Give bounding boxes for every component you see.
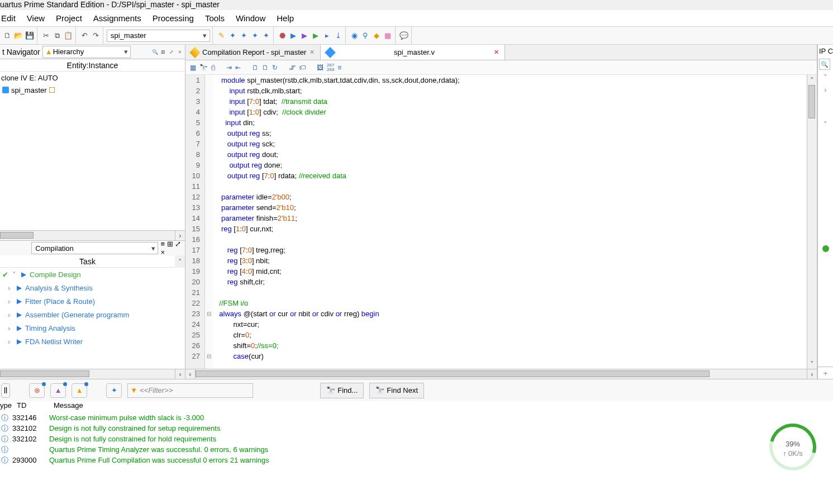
menu-processing[interactable]: Processing bbox=[153, 13, 194, 23]
menu-tools[interactable]: Tools bbox=[205, 13, 225, 23]
tasks-hscroll[interactable]: › bbox=[0, 369, 185, 379]
fold-gutter[interactable]: ⊟ ⊟ bbox=[205, 75, 213, 369]
bookmark-icon[interactable]: ▦ bbox=[190, 64, 196, 72]
scroll-right-icon[interactable]: › bbox=[175, 369, 185, 379]
play-icon[interactable]: ▶ bbox=[17, 297, 22, 305]
copy-icon[interactable]: ⧉ bbox=[52, 31, 62, 41]
critical-filter-button[interactable]: ▲ bbox=[50, 383, 66, 398]
expand-icon[interactable]: › bbox=[8, 311, 13, 319]
tasks-mode-icon[interactable]: ≡ bbox=[160, 240, 165, 248]
download-icon[interactable]: ⤓ bbox=[333, 31, 343, 41]
scroll-up-icon[interactable]: ˄ bbox=[175, 255, 185, 268]
compile-icon-3[interactable]: ✦ bbox=[261, 31, 271, 41]
redo-icon[interactable]: ↷ bbox=[91, 31, 101, 41]
pin-icon[interactable]: ⚲ bbox=[360, 31, 370, 41]
chip-icon[interactable]: ◉ bbox=[349, 31, 359, 41]
pin-panel-icon[interactable]: ⤢ bbox=[168, 48, 175, 56]
picture-icon[interactable]: 🖼 bbox=[317, 64, 323, 72]
menu-window[interactable]: Window bbox=[236, 13, 265, 23]
expand-icon[interactable]: › bbox=[8, 284, 13, 292]
comment-icon[interactable]: 💬 bbox=[399, 31, 409, 41]
nav-hscroll[interactable]: › bbox=[0, 230, 185, 240]
message-row[interactable]: ⓘQuartus Prime Timing Analyzer was succe… bbox=[1, 444, 833, 455]
tasks-pin-icon[interactable]: ⤢ bbox=[175, 240, 181, 248]
chevron-right-icon[interactable]: › bbox=[818, 83, 833, 96]
chevron-down-icon[interactable]: ˅ bbox=[818, 71, 833, 83]
scroll-right-icon[interactable]: › bbox=[807, 369, 817, 379]
task-item[interactable]: ✔˅▶Compile Design bbox=[0, 268, 185, 281]
doc1-icon[interactable]: 🗋 bbox=[252, 64, 259, 72]
linenum-icon[interactable]: 267268 bbox=[327, 63, 334, 72]
scroll-down-icon[interactable]: ˅ bbox=[807, 359, 817, 369]
tree-row-device[interactable]: clone IV E: AUTO bbox=[0, 72, 185, 84]
close-tab-icon[interactable]: ✕ bbox=[494, 49, 499, 56]
tab-compilation-report[interactable]: Compilation Report - spi_master ✕ bbox=[185, 45, 321, 60]
open-file-icon[interactable]: 📂 bbox=[13, 31, 23, 41]
scrollbar-thumb[interactable] bbox=[0, 232, 34, 239]
editor-hscroll[interactable]: ‹ › bbox=[185, 369, 817, 379]
tree-row-instance[interactable]: spi_master bbox=[0, 84, 185, 96]
list-icon[interactable]: ≡ bbox=[337, 64, 341, 72]
chevron-down-icon[interactable]: ˅ bbox=[818, 118, 833, 130]
scrollbar-thumb[interactable] bbox=[808, 85, 815, 118]
find-button[interactable]: 🔭 Find... bbox=[320, 383, 364, 398]
binoculars-icon[interactable]: 🔭 bbox=[199, 64, 208, 72]
warning-filter-button[interactable]: ▲ bbox=[72, 383, 87, 398]
message-row[interactable]: ⓘ332102Design is not fully constrained f… bbox=[1, 434, 833, 444]
search-icon[interactable]: 🔍 bbox=[151, 48, 159, 56]
add-ip-icon[interactable]: ＋ bbox=[818, 367, 833, 379]
indent-icon[interactable]: ⇥ bbox=[226, 64, 232, 72]
expand-icon[interactable]: › bbox=[8, 337, 13, 346]
ip-search-icon[interactable]: 🔍 bbox=[819, 59, 830, 70]
tasks-dropdown[interactable]: Compilation ▾ bbox=[31, 242, 158, 254]
task-item[interactable]: ›▶Fitter (Place & Route) bbox=[0, 294, 185, 308]
play-icon[interactable]: ▶ bbox=[288, 31, 298, 41]
save-icon[interactable]: 💾 bbox=[25, 31, 35, 41]
menu-help[interactable]: Help bbox=[277, 13, 294, 23]
compile-icon-2[interactable]: ✦ bbox=[250, 31, 260, 41]
play-alt-icon[interactable]: ▶ bbox=[299, 31, 310, 41]
find-next-button[interactable]: 🔭 Find Next bbox=[369, 383, 424, 398]
play-icon[interactable]: ▶ bbox=[17, 311, 22, 318]
info-filter-button[interactable]: ✦ bbox=[106, 383, 122, 398]
message-row[interactable]: ⓘ293000Quartus Prime Full Compilation wa… bbox=[1, 455, 833, 465]
undo-icon[interactable]: ↶ bbox=[79, 31, 89, 41]
menu-view[interactable]: View bbox=[27, 13, 45, 23]
scroll-right-icon[interactable]: › bbox=[175, 231, 185, 240]
compile-icon-1[interactable]: ✦ bbox=[239, 31, 249, 41]
cut-icon[interactable]: ✂ bbox=[41, 31, 51, 41]
play-icon[interactable]: ▶ bbox=[21, 270, 26, 278]
task-item[interactable]: ›▶Assembler (Generate programm bbox=[0, 308, 185, 321]
check-settings-icon[interactable]: ✦ bbox=[227, 31, 237, 41]
editor-vscroll[interactable]: ˄ ˅ bbox=[807, 75, 817, 369]
message-filter-input[interactable]: ▼ <<Filter>> bbox=[127, 383, 253, 398]
marker-icon[interactable]: ⎙ bbox=[211, 64, 215, 72]
message-row[interactable]: ⓘ332146Worst-case minimum pulse width sl… bbox=[1, 412, 833, 423]
expand-icon[interactable]: › bbox=[8, 297, 13, 306]
doc3-icon[interactable]: ↻ bbox=[272, 64, 278, 72]
menu-edit[interactable]: Edit bbox=[1, 13, 16, 23]
gate-icon[interactable]: ▸ bbox=[322, 31, 332, 41]
scrollbar-thumb[interactable] bbox=[0, 370, 89, 377]
error-filter-button[interactable]: ⊗ bbox=[29, 383, 45, 398]
code-editor[interactable]: 1 2 3 4 5 6 7 8 9 10 11 12 13 14 15 16 1… bbox=[185, 75, 817, 369]
tab-source-file[interactable]: spi_master.v ✕ bbox=[321, 45, 505, 60]
play-icon[interactable]: ▶ bbox=[17, 324, 22, 332]
project-selector[interactable]: spi_master ▾ bbox=[107, 30, 210, 42]
doc2-icon[interactable]: 🗋 bbox=[262, 64, 269, 72]
task-item[interactable]: ›▶Timing Analysis bbox=[0, 321, 185, 335]
scrollbar-thumb[interactable] bbox=[196, 370, 710, 377]
outdent-icon[interactable]: ⇤ bbox=[235, 64, 241, 72]
msg-tab-all[interactable]: ll bbox=[1, 383, 10, 398]
message-row[interactable]: ⓘ332102Design is not fully constrained f… bbox=[1, 423, 833, 434]
new-file-icon[interactable]: 🗋 bbox=[2, 31, 12, 41]
menu-project[interactable]: Project bbox=[56, 13, 82, 23]
play-timing-icon[interactable]: ▶ bbox=[311, 31, 321, 41]
expand-icon[interactable]: › bbox=[8, 324, 13, 332]
misc-icon[interactable]: ▦ bbox=[383, 31, 393, 41]
mode-icon[interactable]: ⊞ bbox=[159, 48, 167, 56]
flag-icon[interactable]: 🏷 bbox=[299, 64, 306, 72]
code-area[interactable]: module spi_master(rstb,clk,mlb,start,tda… bbox=[213, 75, 807, 369]
close-panel-icon[interactable]: × bbox=[176, 48, 184, 56]
play-icon[interactable]: ▶ bbox=[17, 337, 22, 345]
